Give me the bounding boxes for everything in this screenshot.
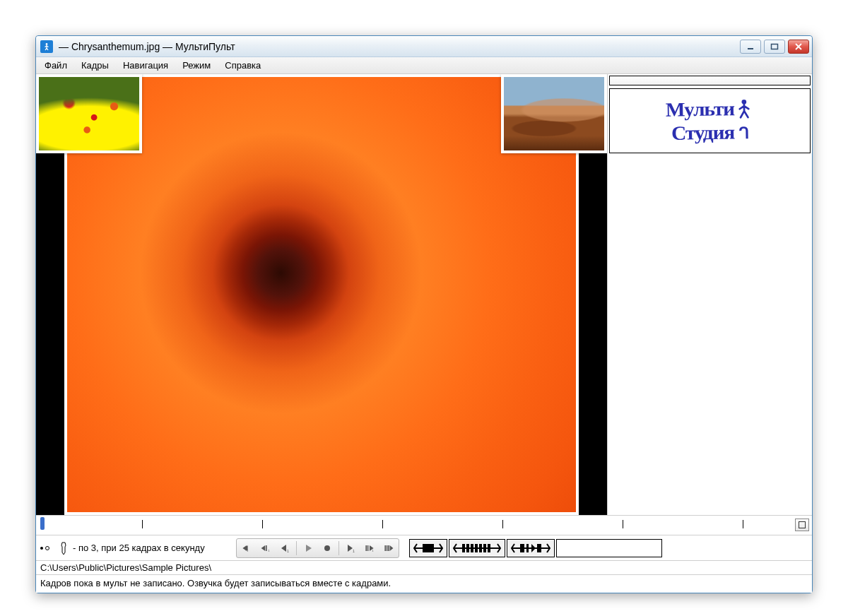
svg-text:1: 1 [372,548,374,552]
statusbar: C:\Users\Public\Pictures\Sample Pictures… [36,561,812,593]
goto-start-button[interactable]: 1 [237,540,256,557]
minimize-button[interactable] [740,40,761,54]
app-window: — Chrysanthemum.jpg — МультиПульт Файл К… [35,35,813,593]
svg-rect-10 [365,545,367,551]
svg-rect-22 [483,544,486,552]
svg-rect-21 [479,544,482,552]
window-title: — Chrysanthemum.jpg — МультиПульт [59,41,740,52]
svg-rect-2 [772,44,778,49]
svg-point-8 [324,545,330,551]
svg-text:1: 1 [287,549,289,553]
playback-controls: 1 1 1 1 1 [236,538,399,558]
svg-rect-17 [462,544,465,552]
menu-frames[interactable]: Кадры [74,58,116,73]
svg-text:1: 1 [353,549,355,553]
timeline-ruler[interactable] [36,516,812,535]
svg-point-0 [46,43,48,45]
menubar: Файл Кадры Навигация Режим Справка [36,57,812,74]
svg-rect-24 [520,544,524,552]
side-panel: Мульти Студия ᒉ [607,74,812,515]
svg-rect-18 [466,544,469,552]
fps-label: - по 3, при 25 кадрах в секунду [73,543,205,553]
timeline-tick [502,520,503,528]
svg-rect-14 [387,545,388,551]
status-message: Кадров пока в мульт не записано. Озвучка… [36,575,812,593]
playhead[interactable] [40,517,45,530]
svg-rect-26 [537,544,541,552]
menu-help[interactable]: Справка [218,58,268,73]
svg-rect-20 [475,544,478,552]
content-area: Мульти Студия ᒉ [36,74,812,516]
svg-rect-5 [266,545,267,551]
svg-rect-16 [423,544,434,552]
side-panel-header[interactable] [609,76,811,85]
timeline-tick [743,520,743,528]
svg-rect-25 [526,544,529,552]
record-button[interactable] [318,540,336,557]
studio-logo: Мульти Студия ᒉ [666,98,755,143]
next-thumbnail[interactable] [501,74,607,153]
maximize-button[interactable] [764,40,785,54]
app-icon [40,40,53,53]
svg-rect-1 [748,48,753,49]
timeline-tick [623,520,623,528]
svg-rect-13 [384,545,386,551]
image-viewer[interactable] [36,74,607,515]
svg-rect-15 [388,545,389,551]
record-indicator-icon [40,543,53,553]
goto-end-button[interactable] [379,540,398,557]
stretch-controls [409,539,662,557]
controls-row: - по 3, при 25 кадрах в секунду 1 1 1 1 [36,535,812,561]
stretch-mode-3-button[interactable] [507,539,555,557]
timeline-end-button[interactable] [795,519,809,531]
stretch-mode-2-button[interactable] [449,539,505,557]
stretch-mode-1-button[interactable] [409,539,447,557]
step-back-button[interactable]: 1 [276,540,294,557]
svg-text:1: 1 [268,548,270,552]
timeline-tick [142,520,143,528]
step-forward-many-button[interactable]: 1 [360,540,379,557]
timeline-tick [382,520,383,528]
prev-thumbnail[interactable] [36,74,142,153]
svg-rect-19 [471,544,473,552]
close-button[interactable] [788,40,809,54]
logo-box: Мульти Студия ᒉ [609,88,811,153]
step-back-many-button[interactable]: 1 [257,540,275,557]
menu-navigation[interactable]: Навигация [116,58,175,73]
menu-mode[interactable]: Режим [175,58,218,73]
window-controls [740,40,809,54]
timeline-tick [262,520,263,528]
svg-rect-11 [367,545,369,551]
pin-icon [59,541,69,555]
status-path: C:\Users\Public\Pictures\Sample Pictures… [36,561,812,575]
stretch-value-input[interactable] [556,539,662,557]
svg-rect-23 [488,544,490,552]
menu-file[interactable]: Файл [37,58,74,73]
play-button[interactable] [299,540,317,557]
svg-text:1: 1 [247,548,249,552]
step-forward-button[interactable]: 1 [341,540,360,557]
titlebar[interactable]: — Chrysanthemum.jpg — МультиПульт [36,36,812,57]
